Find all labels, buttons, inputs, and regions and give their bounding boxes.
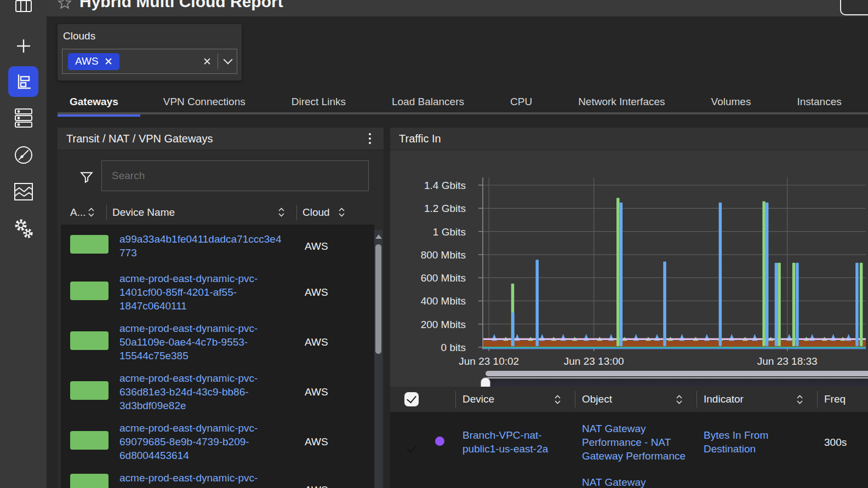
device-link[interactable]: a99a33a4b1fe0411dadca71ccc3e4773 bbox=[119, 232, 287, 260]
settings-gears-icon[interactable] bbox=[0, 214, 47, 244]
cloud-value: AWS bbox=[287, 335, 374, 349]
svg-text:800 Mbits: 800 Mbits bbox=[421, 249, 466, 261]
column-header-device[interactable]: Device bbox=[462, 391, 575, 407]
table-row[interactable]: acme-prod-east-dynamic-pvc-00000000-0000… bbox=[61, 467, 374, 488]
svg-text:200 Mbits: 200 Mbits bbox=[421, 319, 466, 330]
svg-text:600 Mbits: 600 Mbits bbox=[421, 272, 466, 284]
tab-gateways[interactable]: Gateways bbox=[58, 92, 140, 114]
gateways-panel-header: Transit / NAT / VPN Gateways bbox=[58, 128, 384, 150]
cloud-value: AWS bbox=[287, 483, 374, 488]
table-row[interactable]: acme-prod-east-dynamic-pvc-50a1109e-0ae4… bbox=[61, 317, 374, 367]
column-header-cloud[interactable]: Cloud bbox=[302, 205, 384, 220]
tab-instances[interactable]: Instances bbox=[774, 92, 864, 114]
selected-cloud-tag[interactable]: AWS bbox=[68, 53, 119, 70]
status-badge bbox=[70, 282, 108, 300]
device-link[interactable]: acme-prod-east-dynamic-pvc-69079685-8e9b… bbox=[119, 421, 287, 462]
scrollbar-thumb[interactable] bbox=[375, 244, 381, 354]
favorite-star-icon[interactable] bbox=[58, 0, 72, 12]
device-link[interactable]: acme-prod-east-dynamic-pvc-50a1109e-0ae4… bbox=[119, 321, 287, 363]
svg-text:400 Mbits: 400 Mbits bbox=[421, 295, 466, 307]
traffic-chart-zone: 1.4 Gbits1.2 Gbits1 Gbits800 Mbits600 Mb… bbox=[390, 150, 868, 387]
object-link[interactable]: NAT Gateway Performance - NAT Gateway Pe… bbox=[582, 422, 704, 463]
traffic-table-header: Device Object Indicator Freq bbox=[390, 387, 868, 412]
table-row[interactable]: Branch-VPC-nat-public1-us-east-2a NAT Ga… bbox=[390, 412, 868, 472]
cloud-value: AWS bbox=[287, 285, 374, 299]
report-icon[interactable] bbox=[8, 66, 38, 97]
device-link[interactable]: Branch-VPC-nat-public1-us-east-2a bbox=[462, 428, 582, 456]
sort-icon[interactable] bbox=[796, 394, 804, 405]
scroll-up-icon[interactable] bbox=[375, 234, 382, 239]
tag-remove-icon[interactable] bbox=[105, 58, 112, 65]
cloud-value: AWS bbox=[287, 435, 374, 449]
svg-text:Jun 23 18:33: Jun 23 18:33 bbox=[757, 355, 818, 367]
svg-text:1.2 Gbits: 1.2 Gbits bbox=[424, 203, 466, 214]
vertical-scrollbar[interactable] bbox=[374, 230, 382, 488]
sort-icon[interactable] bbox=[277, 207, 285, 217]
status-badge bbox=[70, 381, 108, 400]
column-header-device-name[interactable]: Device Name bbox=[112, 205, 297, 220]
compass-icon[interactable] bbox=[0, 140, 47, 170]
svg-text:0 bits: 0 bits bbox=[441, 342, 466, 353]
column-header-indicator[interactable]: Indicator bbox=[704, 391, 818, 407]
svg-text:1.4 Gbits: 1.4 Gbits bbox=[424, 180, 466, 191]
device-link[interactable]: acme-prod-east-dynamic-pvc-636d81e3-b24d… bbox=[119, 371, 287, 412]
add-icon[interactable] bbox=[0, 31, 47, 61]
cloud-value: AWS bbox=[287, 239, 374, 253]
chevron-down-icon[interactable] bbox=[224, 55, 233, 65]
table-row[interactable]: acme-prod-east-dynamic-pvc-69079685-8e9b… bbox=[61, 417, 374, 467]
inventory-icon[interactable] bbox=[0, 103, 47, 134]
tab-vpn-connections[interactable]: VPN Connections bbox=[140, 92, 269, 114]
table-row[interactable]: acme-prod-east-dynamic-pvc-1401cf00-85ff… bbox=[61, 267, 374, 317]
gateways-table-body: a99a33a4b1fe0411dadca71ccc3e4773 AWS acm… bbox=[61, 225, 374, 488]
sort-icon[interactable] bbox=[675, 394, 683, 405]
device-link[interactable]: acme-prod-east-dynamic-pvc-00000000-0000… bbox=[119, 471, 287, 488]
gateways-panel: Transit / NAT / VPN Gateways A... Device… bbox=[58, 128, 384, 488]
select-all-checkbox[interactable] bbox=[404, 392, 419, 406]
area-chart-icon[interactable] bbox=[0, 176, 47, 207]
tab-direct-links[interactable]: Direct Links bbox=[269, 92, 369, 114]
sort-icon[interactable] bbox=[338, 207, 346, 217]
cloud-value: AWS bbox=[287, 385, 374, 399]
app-root: Hybrid Multi Cloud Report Clouds AWS Gat… bbox=[0, 0, 868, 488]
series-dot bbox=[435, 437, 444, 446]
table-row[interactable]: NAT Gateway bbox=[390, 472, 868, 488]
traffic-chart: 1.4 Gbits1.2 Gbits1 Gbits800 Mbits600 Mb… bbox=[390, 173, 868, 370]
clouds-multiselect[interactable]: AWS bbox=[62, 49, 237, 74]
tab-cpu[interactable]: CPU bbox=[487, 92, 555, 114]
table-row[interactable]: acme-prod-east-dynamic-pvc-636d81e3-b24d… bbox=[61, 367, 374, 417]
svg-text:1 Gbits: 1 Gbits bbox=[433, 226, 466, 238]
gateways-table-header: A... Device Name Cloud bbox=[58, 200, 384, 225]
chart-zoom-track[interactable] bbox=[486, 371, 868, 376]
column-header-freq[interactable]: Freq bbox=[824, 391, 868, 407]
table-row[interactable]: a99a33a4b1fe0411dadca71ccc3e4773 AWS bbox=[61, 225, 374, 267]
column-header-color bbox=[435, 391, 456, 407]
overflow-menu-icon[interactable] bbox=[362, 130, 378, 147]
sort-icon[interactable] bbox=[87, 207, 95, 217]
data-table-icon[interactable] bbox=[0, 0, 47, 23]
column-header-status[interactable]: A... bbox=[70, 205, 107, 220]
traffic-table-body: Branch-VPC-nat-public1-us-east-2a NAT Ga… bbox=[390, 412, 868, 488]
header-action-button[interactable] bbox=[840, 0, 868, 15]
status-badge bbox=[70, 235, 108, 254]
sort-icon[interactable] bbox=[553, 394, 562, 405]
column-header-object[interactable]: Object bbox=[582, 391, 697, 407]
tab-load-balancers[interactable]: Load Balancers bbox=[369, 92, 487, 114]
indicator-link[interactable]: Bytes In From Destination bbox=[704, 428, 824, 456]
traffic-panel-header: Traffic In bbox=[390, 128, 868, 150]
traffic-panel-title: Traffic In bbox=[390, 133, 441, 145]
clouds-filter-card: Clouds AWS bbox=[58, 24, 242, 81]
tab-bar: Gateways VPN Connections Direct Links Lo… bbox=[58, 92, 868, 114]
svg-text:Jun 23 13:00: Jun 23 13:00 bbox=[564, 355, 624, 367]
device-link[interactable]: acme-prod-east-dynamic-pvc-1401cf00-85ff… bbox=[119, 272, 287, 313]
tab-network-interfaces[interactable]: Network Interfaces bbox=[555, 92, 688, 114]
tab-volumes[interactable]: Volumes bbox=[688, 92, 774, 114]
search-input[interactable] bbox=[101, 160, 369, 191]
filter-icon[interactable] bbox=[79, 170, 94, 187]
sidebar bbox=[0, 0, 47, 488]
clouds-filter-label: Clouds bbox=[63, 30, 95, 42]
clear-selection-icon[interactable] bbox=[203, 58, 211, 65]
gateways-panel-title: Transit / NAT / VPN Gateways bbox=[58, 133, 213, 145]
traffic-panel: Traffic In 1.4 Gbits1.2 Gbits1 Gbits800 … bbox=[390, 128, 868, 488]
freq-value: 300s bbox=[824, 435, 868, 449]
object-link[interactable]: NAT Gateway bbox=[582, 475, 704, 488]
